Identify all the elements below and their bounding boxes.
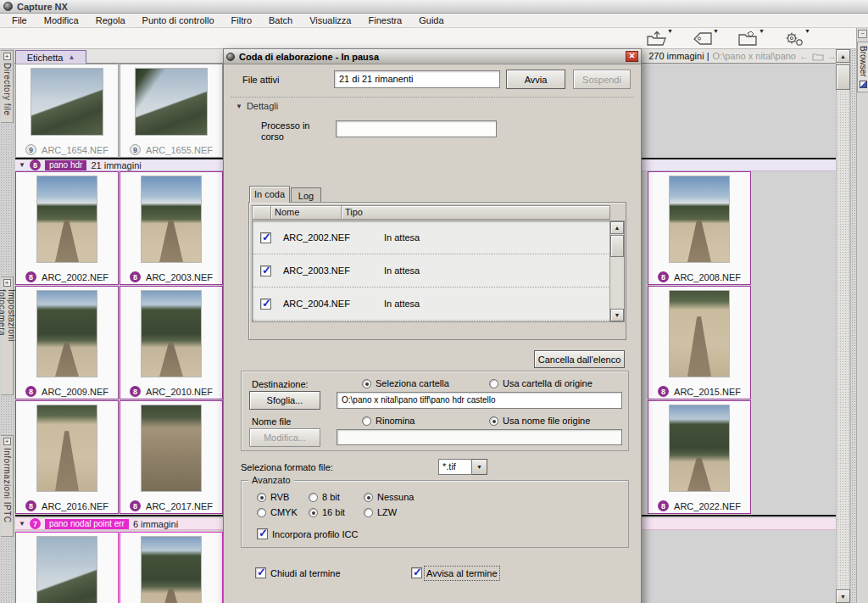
close-icon[interactable]: ✕ [626, 51, 638, 62]
rename-field[interactable] [337, 429, 622, 445]
row-checkbox[interactable] [260, 299, 271, 310]
label-badge: 8 [658, 386, 669, 397]
collapse-palette-icon[interactable]: − [858, 30, 867, 38]
queue-list-scrollbar[interactable]: ▲ ▼ [609, 221, 624, 321]
settings-gears-icon[interactable]: ▼ [783, 29, 809, 47]
formato-combobox[interactable]: *.tif ▼ [438, 459, 487, 475]
chevron-down-icon[interactable]: ▼ [472, 459, 487, 475]
thumbnail-cell[interactable]: 8 ARC_2015.NEF [648, 286, 751, 399]
sidebar-tab-directory-file[interactable]: + Directory file [1, 50, 14, 123]
scroll-down-icon[interactable]: ▼ [610, 309, 624, 321]
menu-punto-di-controllo[interactable]: Punto di controllo [134, 14, 223, 26]
radio-cmyk[interactable]: CMYK [257, 507, 298, 517]
collapse-triangle-icon[interactable]: ▼ [19, 161, 25, 169]
radio-nessuna[interactable]: Nessuna [364, 492, 414, 502]
menu-guida[interactable]: Guida [410, 14, 452, 26]
sidebar-tab-informazioni-iptc[interactable]: + Informazioni IPTC [1, 435, 14, 537]
panel-resize-grip[interactable] [850, 49, 856, 603]
menu-modifica[interactable]: Modifica [36, 14, 87, 26]
file-name: ARC_2002.NEF [42, 272, 108, 282]
browser-scrollbar[interactable]: ▲ ▼ [836, 49, 850, 603]
radio-lzw[interactable]: LZW [364, 507, 397, 517]
dialog-titlebar[interactable]: Coda di elaborazione - In pausa ✕ [224, 49, 641, 64]
window-titlebar: Capture NX [0, 0, 868, 14]
menu-batch[interactable]: Batch [260, 14, 301, 26]
thumbnail-cell[interactable]: 8 ARC_2017.NEF [120, 400, 223, 514]
file-attivi-field[interactable]: 21 di 21 rimanenti [334, 70, 500, 88]
back-icon[interactable]: ← [799, 51, 809, 61]
sidebar-tab-impostazioni-fotocamera[interactable]: + Impostazioni fotocamera [1, 276, 14, 395]
thumbnail-cell[interactable]: 9 ARC_1655.NEF [120, 64, 223, 158]
open-folder-icon[interactable]: ▼ [646, 29, 671, 47]
dropdown-arrow-icon[interactable]: ▼ [713, 28, 719, 34]
expand-plus-icon[interactable]: + [3, 438, 11, 445]
label-badge: 8 [658, 271, 669, 282]
sfoglia-button[interactable]: Sfoglia... [249, 391, 320, 410]
tab-browser[interactable]: Browser [857, 42, 868, 92]
menu-finestra[interactable]: Finestra [359, 14, 410, 26]
sort-column-etichetta[interactable]: Etichetta ▲ [15, 50, 86, 64]
collapse-triangle-icon[interactable]: ▼ [19, 520, 25, 528]
tab-log[interactable]: Log [291, 187, 321, 203]
formato-value[interactable]: *.tif [438, 459, 472, 475]
sospendi-button[interactable]: Sospendi [573, 70, 631, 89]
thumbnail-cell[interactable]: 8 ARC_2010.NEF [120, 286, 223, 399]
modifica-button[interactable]: Modifica... [249, 428, 320, 447]
scrollbar-thumb[interactable] [836, 64, 850, 90]
nome-column-header[interactable]: Nome [271, 205, 342, 220]
photo-thumbnail [31, 68, 103, 136]
row-checkbox[interactable] [260, 265, 271, 276]
cancella-elenco-button[interactable]: Cancella dall'elenco [534, 350, 625, 368]
dialog-icon [226, 53, 235, 61]
scroll-up-icon[interactable]: ▲ [836, 49, 850, 63]
menu-file[interactable]: File [3, 14, 36, 26]
tipo-column-header[interactable]: Tipo [342, 205, 610, 220]
dettagli-disclosure[interactable]: ▼ Dettagli [236, 101, 278, 111]
row-checkbox[interactable] [260, 232, 271, 243]
checkbox-incorpora-icc[interactable]: Incorpora profilo ICC [257, 528, 359, 539]
queue-row[interactable]: ARC_2003.NEF In attesa [253, 254, 624, 288]
folder-tag-icon[interactable]: ▼ [737, 29, 763, 47]
thumbnail-cell[interactable] [120, 532, 223, 603]
radio-usa-cartella-origine[interactable]: Usa cartella di origine [489, 378, 593, 388]
group-count: 6 immagini [133, 519, 178, 529]
processo-field[interactable] [336, 120, 497, 137]
thumbnail-cell[interactable]: 8 ARC_2003.NEF [120, 171, 223, 285]
menu-regola[interactable]: Regola [87, 14, 134, 26]
radio-usa-nome-file-origine[interactable]: Usa nome file origine [489, 416, 590, 426]
dropdown-arrow-icon[interactable]: ▼ [667, 28, 673, 34]
scroll-up-icon[interactable]: ▲ [610, 221, 624, 234]
tab-in-coda[interactable]: In coda [249, 186, 290, 203]
thumbnail-cell[interactable]: 9 ARC_1654.NEF [15, 64, 119, 158]
thumbnail-cell[interactable]: 8 ARC_2016.NEF [15, 400, 119, 514]
scroll-down-icon[interactable]: ▼ [836, 589, 850, 603]
thumbnail-cell[interactable]: 8 ARC_2009.NEF [15, 286, 119, 399]
checkbox-column-header[interactable] [252, 205, 271, 220]
checkbox-avvisa-al-termine[interactable]: Avvisa al termine [411, 567, 498, 578]
thumbnail-cell[interactable]: 8 ARC_2022.NEF [648, 400, 751, 514]
thumbnail-cell[interactable]: 8 ARC_2008.NEF [648, 171, 751, 285]
radio-seleziona-cartella[interactable]: Seleziona cartella [362, 378, 449, 388]
dropdown-arrow-icon[interactable]: ▼ [804, 28, 810, 34]
radio-rinomina[interactable]: Rinomina [362, 416, 415, 426]
expand-plus-icon[interactable]: + [3, 279, 11, 287]
queue-row[interactable]: ARC_2004.NEF In attesa [253, 288, 624, 321]
dropdown-arrow-icon[interactable]: ▼ [759, 28, 765, 34]
expand-plus-icon[interactable]: + [3, 53, 11, 60]
radio-label: Nessuna [377, 492, 414, 502]
thumbnail-cell[interactable]: 8 ARC_2002.NEF [15, 171, 119, 285]
radio-8bit[interactable]: 8 bit [309, 492, 340, 502]
menu-filtro[interactable]: Filtro [223, 14, 260, 26]
radio-rvb[interactable]: RVB [257, 492, 289, 502]
destination-path-field[interactable]: O:\pano x nital\pano tiff\pano hdr caste… [337, 392, 622, 409]
avvia-button[interactable]: Avvia [506, 70, 565, 89]
radio-label: CMYK [270, 507, 298, 517]
radio-16bit[interactable]: 16 bit [309, 507, 345, 517]
queue-row[interactable]: ARC_2002.NEF In attesa [253, 221, 624, 254]
menu-visualizza[interactable]: Visualizza [301, 14, 359, 26]
checkbox-chiudi-al-termine[interactable]: Chiudi al termine [255, 567, 341, 578]
folder-up-icon[interactable] [812, 52, 824, 61]
thumbnail-cell[interactable] [15, 532, 119, 603]
label-tag-icon[interactable]: ▼ [692, 29, 717, 47]
scrollbar-thumb[interactable] [610, 235, 624, 257]
